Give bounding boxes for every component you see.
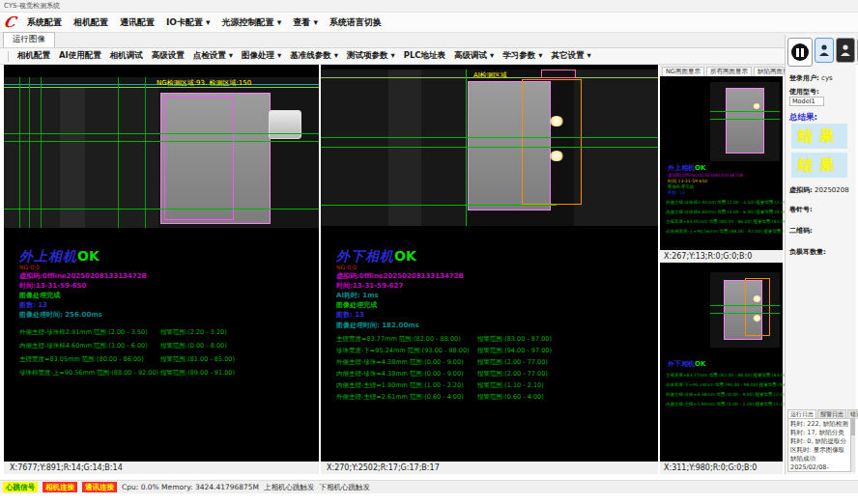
scrollbar-thumb[interactable] — [851, 418, 855, 435]
pixel-coordinates-readout: X:311;Y:980;R:0;G:0;B:0 — [660, 462, 783, 474]
tool-test-params[interactable]: 测试项参数 ▾ — [347, 50, 395, 62]
thumb-time: 时间:13-31-59-650 — [668, 179, 707, 183]
tool-learning-params[interactable]: 学习参数 ▾ — [502, 50, 542, 62]
measurement-row: 主锂宽度=83.77mm 范围:(82.00 - 88.00)报警范围:(83.… — [336, 335, 552, 344]
roi-label: NG检测区域:93. 检测区域:150 — [157, 78, 251, 88]
measure-line — [710, 313, 780, 314]
user-login-button[interactable] — [815, 38, 834, 63]
detection-roi-magenta — [164, 97, 234, 220]
menu-camera-config[interactable]: 相机配置 — [73, 16, 108, 29]
measurement-row: 内侧主锂-主锂=1.90mm 范围:(1.00 - 2.20)报警范围:(1.1… — [336, 381, 544, 390]
camera-image-upper[interactable]: NG检测区域:93. 检测区域:150 — [4, 77, 319, 228]
tool-camera-config[interactable]: 相机配置 — [17, 50, 50, 62]
measure-line — [710, 305, 780, 306]
measure-line — [710, 111, 780, 112]
led-highlight — [753, 315, 761, 322]
ai-time: AI耗时: 1ms — [336, 291, 379, 300]
model-value-box[interactable]: Model1 — [789, 97, 824, 106]
thumbnail-image-1 — [710, 82, 780, 161]
frame-count: 图数: 13 — [19, 300, 47, 310]
pixel-coordinates-readout: X:267;Y:13;R:0;G:0;B:0 — [660, 250, 783, 263]
camera-image-lower[interactable]: AI检测区域 — [321, 70, 658, 226]
pause-button[interactable] — [787, 38, 813, 67]
tool-advanced-debug[interactable]: 高级调试 ▾ — [454, 50, 494, 62]
user-switch-button[interactable] — [836, 38, 855, 63]
menu-view[interactable]: 查看 ▾ — [293, 16, 318, 29]
measurement-row: 外侧主锂-珍珠=4.38mm 范围:(0.00 - 9.00)报警范围:(2.0… — [336, 358, 548, 367]
ok-status: OK — [394, 248, 416, 264]
qrcode-field: 二维码: — [789, 226, 813, 236]
tool-advanced-settings[interactable]: 高级设置 — [152, 50, 185, 62]
virtual-barcode: 虚拟码:0ffline2025020813313472B — [19, 271, 147, 281]
detection-roi-orange — [745, 278, 770, 336]
frame-count: 图数: 13 — [336, 310, 364, 320]
measure-line-2 — [4, 141, 319, 142]
log-scrollbar[interactable] — [851, 418, 855, 472]
capture-time: 时间:13-31-59-650 — [19, 281, 86, 291]
machine-right-block — [574, 70, 658, 226]
menu-io-config[interactable]: IO卡配置 ▾ — [166, 16, 211, 29]
camera-panel-lower: AI检测区域 外下相机OK NG:0;0 虚拟码:0ffline20250208… — [321, 65, 658, 474]
metal-fixture — [269, 110, 301, 139]
model-field: 使用型号: Model1 — [789, 87, 824, 106]
menu-language-switch[interactable]: 系统语言切换 — [329, 16, 382, 29]
thumbnail-tabs: NG画面显示 所有画面显示 缺陷画面显示 — [660, 65, 783, 76]
thumb-measure-row: 内侧主锂-主锂=1.90mm 范围:(1.00 - 2.20) 报警范围:(1.… — [666, 402, 801, 406]
thumb-barcode: 虚拟码:0ffline2025020813313472B — [668, 173, 743, 178]
tab-ng-view[interactable]: NG画面显示 — [662, 67, 704, 76]
baseline-vertical-5 — [145, 77, 146, 228]
tool-ai-use-config[interactable]: AI使用配置 — [59, 50, 101, 62]
thumb-measure-row: 内侧主锂-珍珠棉4.60mm 范围:(3.00 - 6.00) 报警范围:(0.… — [666, 210, 802, 214]
tool-other-settings[interactable]: 其它设置 ▾ — [552, 50, 591, 62]
login-user-value: cys — [821, 74, 833, 82]
tool-baseline-params[interactable]: 基准线参数 ▾ — [290, 50, 338, 62]
measurement-row: 珍珠棉宽度-上=90.56mm 范围:(88.00 - 92.00)报警范围:(… — [19, 369, 235, 378]
thumbnail-camera-title: 外上相机OK — [668, 163, 705, 173]
control-panel: 登录用户: cys 使用型号: Model1 总结果: 结果 结果 虚拟码: 2… — [785, 35, 856, 474]
login-user-field: 登录用户: cys — [789, 73, 833, 83]
tool-camera-debug[interactable]: 相机调试 — [110, 50, 143, 62]
led-highlight — [753, 295, 761, 302]
measure-line-1 — [321, 137, 658, 138]
process-done-text: 图像处理完成 — [336, 300, 377, 310]
baseline-vertical — [466, 70, 467, 226]
measurement-row: 主锂宽度=83.05mm 范围:(80.00 - 86.00)报警范围:(81.… — [19, 355, 235, 364]
toolbar: 相机配置 AI使用配置 相机调试 高级设置 点检设置 ▾ 图像处理 ▾ 基准线参… — [0, 48, 858, 65]
menu-comm-config[interactable]: 通讯配置 — [120, 16, 155, 29]
machine-column — [388, 70, 421, 226]
baseline-vertical-4 — [118, 77, 119, 228]
thumbnail-camera-title: 外下相机OK — [668, 359, 705, 369]
process-time: 图像处理时间: 256.00ms — [19, 310, 102, 320]
tool-plc-address[interactable]: PLC地址表 — [404, 50, 445, 62]
measurement-row: 外侧主锂-珍珠棉2.91mm 范围:(2.00 - 3.50)报警范围:(2.2… — [19, 328, 227, 337]
heartbeat-badge: 心跳信号 — [3, 482, 38, 492]
result-box-1: 结果 — [791, 124, 847, 149]
barcode-value: 20250208 — [815, 186, 849, 194]
tool-spot-check[interactable]: 点检设置 ▾ — [193, 50, 233, 62]
measure-line-3 — [321, 205, 557, 206]
tool-image-processing[interactable]: 图像处理 ▾ — [242, 50, 281, 62]
camera-panel-upper: NG检测区域:93. 检测区域:150 外上相机OK NG:0;0 虚拟码:0f… — [4, 65, 319, 474]
ng-note: NG:0;0 — [336, 264, 357, 270]
thumbnail-image-2 — [710, 272, 780, 348]
tab-run-image[interactable]: 运行图像 — [3, 32, 55, 47]
toolbar-separator — [8, 51, 9, 62]
measurement-row: 内侧主锂-珍珠棉4.60mm 范围:(3.00 - 6.00)报警范围:(0.0… — [19, 342, 227, 350]
needle-field: 卷针号: — [789, 205, 813, 214]
thumb-count: 图数: 13 — [668, 190, 685, 195]
menu-light-config[interactable]: 光源控制配置 ▾ — [222, 16, 282, 29]
upper-camera-heartbeat: 上相机心跳触发 — [264, 483, 315, 492]
control-buttons — [787, 38, 858, 67]
result-box-2: 结果 — [791, 153, 847, 178]
thumb-measure-row: 外侧主锂-珍珠=4.38mm 范围:(0.00 - 9.00) 报警范围:(2.… — [666, 392, 804, 397]
detection-roi-orange — [522, 79, 582, 205]
machine-column — [60, 87, 85, 228]
baseline-vertical-2 — [29, 77, 30, 228]
menu-system-config[interactable]: 系统配置 — [27, 16, 62, 29]
tab-all-view[interactable]: 所有画面显示 — [706, 67, 752, 76]
lower-camera-heartbeat: 下相机心跳触发 — [320, 483, 371, 492]
process-done-text: 图像处理完成 — [19, 291, 60, 300]
thumbnail-panel-1[interactable]: 外上相机OK 虚拟码:0ffline2025020813313472B 时间:1… — [660, 76, 783, 263]
thumb-measure-row: 外侧主锂-珍珠棉2.91mm 范围:(2.00 - 3.50) 报警范围:(2.… — [666, 200, 802, 205]
thumbnail-panel-2[interactable]: 外下相机OK 主锂宽度=83.77mm 范围:(82.00 - 88.00) 报… — [660, 263, 783, 474]
